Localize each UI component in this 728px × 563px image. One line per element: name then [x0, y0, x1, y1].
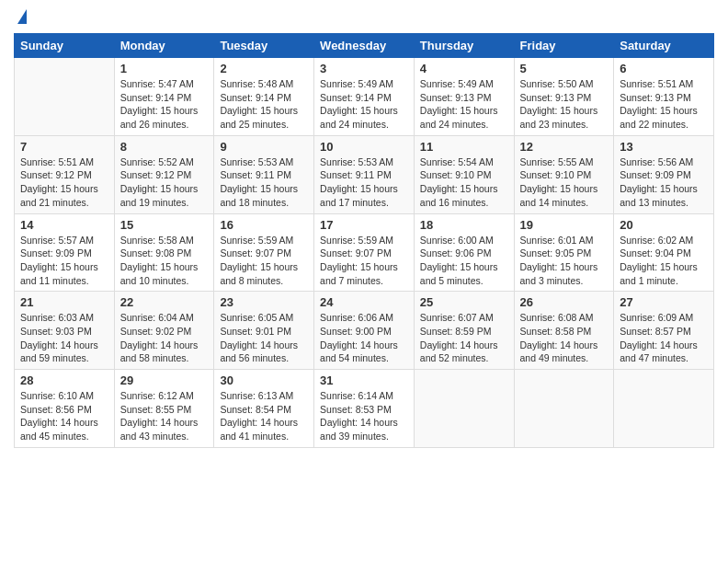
- day-info: Sunrise: 6:04 AM Sunset: 9:02 PM Dayligh…: [120, 311, 209, 365]
- calendar-day-cell: 25Sunrise: 6:07 AM Sunset: 8:59 PM Dayli…: [414, 292, 514, 370]
- day-info: Sunrise: 5:53 AM Sunset: 9:11 PM Dayligh…: [220, 155, 308, 210]
- day-number: 4: [420, 62, 508, 75]
- weekday-header: Saturday: [614, 34, 714, 58]
- calendar-week-row: 1Sunrise: 5:47 AM Sunset: 9:14 PM Daylig…: [15, 58, 714, 136]
- day-number: 13: [620, 140, 708, 154]
- day-info: Sunrise: 5:57 AM Sunset: 9:09 PM Dayligh…: [20, 234, 108, 288]
- calendar-day-cell: 17Sunrise: 5:59 AM Sunset: 9:07 PM Dayli…: [314, 213, 415, 292]
- calendar-day-cell: 21Sunrise: 6:03 AM Sunset: 9:03 PM Dayli…: [15, 292, 115, 370]
- day-number: 5: [520, 62, 609, 75]
- day-number: 26: [520, 295, 609, 309]
- day-number: 6: [620, 62, 708, 75]
- day-info: Sunrise: 5:51 AM Sunset: 9:13 PM Dayligh…: [620, 77, 708, 132]
- day-info: Sunrise: 5:49 AM Sunset: 9:13 PM Dayligh…: [420, 77, 508, 132]
- calendar-day-cell: 15Sunrise: 5:58 AM Sunset: 9:08 PM Dayli…: [114, 213, 214, 292]
- day-number: 12: [520, 140, 609, 154]
- calendar-week-row: 7Sunrise: 5:51 AM Sunset: 9:12 PM Daylig…: [15, 135, 714, 213]
- day-info: Sunrise: 5:55 AM Sunset: 9:10 PM Dayligh…: [520, 155, 609, 210]
- day-info: Sunrise: 5:50 AM Sunset: 9:13 PM Dayligh…: [520, 77, 609, 132]
- calendar-day-cell: 7Sunrise: 5:51 AM Sunset: 9:12 PM Daylig…: [15, 135, 115, 213]
- day-info: Sunrise: 5:53 AM Sunset: 9:11 PM Dayligh…: [320, 155, 408, 210]
- calendar-day-cell: 4Sunrise: 5:49 AM Sunset: 9:13 PM Daylig…: [414, 58, 514, 136]
- day-number: 31: [320, 373, 408, 387]
- calendar-day-cell: 22Sunrise: 6:04 AM Sunset: 9:02 PM Dayli…: [114, 292, 214, 370]
- calendar-day-cell: 13Sunrise: 5:56 AM Sunset: 9:09 PM Dayli…: [614, 135, 714, 213]
- day-number: 9: [220, 140, 308, 154]
- day-number: 30: [220, 373, 308, 387]
- calendar-day-cell: 10Sunrise: 5:53 AM Sunset: 9:11 PM Dayli…: [314, 135, 415, 213]
- calendar-day-cell: 14Sunrise: 5:57 AM Sunset: 9:09 PM Dayli…: [15, 213, 115, 292]
- calendar-day-cell: [15, 58, 115, 136]
- calendar-day-cell: 16Sunrise: 5:59 AM Sunset: 9:07 PM Dayli…: [214, 213, 314, 292]
- day-info: Sunrise: 6:13 AM Sunset: 8:54 PM Dayligh…: [220, 389, 308, 443]
- calendar-day-cell: 8Sunrise: 5:52 AM Sunset: 9:12 PM Daylig…: [114, 135, 214, 213]
- day-info: Sunrise: 6:02 AM Sunset: 9:04 PM Dayligh…: [620, 234, 708, 288]
- day-number: 8: [120, 140, 209, 154]
- day-number: 18: [420, 218, 508, 232]
- calendar-day-cell: 24Sunrise: 6:06 AM Sunset: 9:00 PM Dayli…: [314, 292, 415, 370]
- calendar-day-cell: 19Sunrise: 6:01 AM Sunset: 9:05 PM Dayli…: [514, 213, 614, 292]
- weekday-header: Thursday: [414, 34, 514, 58]
- calendar-day-cell: 26Sunrise: 6:08 AM Sunset: 8:58 PM Dayli…: [514, 292, 614, 370]
- calendar-day-cell: 20Sunrise: 6:02 AM Sunset: 9:04 PM Dayli…: [614, 213, 714, 292]
- day-number: 23: [220, 295, 308, 309]
- day-number: 2: [220, 62, 308, 75]
- day-info: Sunrise: 6:01 AM Sunset: 9:05 PM Dayligh…: [520, 234, 609, 288]
- day-number: 19: [520, 218, 609, 232]
- logo-icon: [17, 9, 27, 24]
- day-info: Sunrise: 6:03 AM Sunset: 9:03 PM Dayligh…: [20, 311, 108, 365]
- calendar-day-cell: [614, 370, 714, 448]
- weekday-header: Sunday: [15, 34, 115, 58]
- calendar-week-row: 14Sunrise: 5:57 AM Sunset: 9:09 PM Dayli…: [15, 213, 714, 292]
- day-number: 27: [620, 295, 708, 309]
- header: [14, 9, 714, 24]
- calendar-week-row: 21Sunrise: 6:03 AM Sunset: 9:03 PM Dayli…: [15, 292, 714, 370]
- calendar-day-cell: 31Sunrise: 6:14 AM Sunset: 8:53 PM Dayli…: [314, 370, 415, 448]
- calendar-day-cell: 1Sunrise: 5:47 AM Sunset: 9:14 PM Daylig…: [114, 58, 214, 136]
- calendar-day-cell: 5Sunrise: 5:50 AM Sunset: 9:13 PM Daylig…: [514, 58, 614, 136]
- day-number: 7: [20, 140, 108, 154]
- day-number: 1: [120, 62, 209, 75]
- day-info: Sunrise: 5:59 AM Sunset: 9:07 PM Dayligh…: [220, 234, 308, 288]
- calendar-day-cell: [414, 370, 514, 448]
- day-info: Sunrise: 6:12 AM Sunset: 8:55 PM Dayligh…: [120, 389, 209, 443]
- calendar-day-cell: 29Sunrise: 6:12 AM Sunset: 8:55 PM Dayli…: [114, 370, 214, 448]
- day-number: 15: [120, 218, 209, 232]
- day-number: 17: [320, 218, 408, 232]
- day-info: Sunrise: 5:48 AM Sunset: 9:14 PM Dayligh…: [220, 77, 308, 132]
- calendar-day-cell: 18Sunrise: 6:00 AM Sunset: 9:06 PM Dayli…: [414, 213, 514, 292]
- day-info: Sunrise: 5:59 AM Sunset: 9:07 PM Dayligh…: [320, 234, 408, 288]
- day-number: 29: [120, 373, 209, 387]
- day-info: Sunrise: 5:52 AM Sunset: 9:12 PM Dayligh…: [120, 155, 209, 210]
- weekday-header: Friday: [514, 34, 614, 58]
- logo: [14, 9, 27, 24]
- day-info: Sunrise: 5:54 AM Sunset: 9:10 PM Dayligh…: [420, 155, 508, 210]
- day-info: Sunrise: 5:51 AM Sunset: 9:12 PM Dayligh…: [20, 155, 108, 210]
- day-number: 14: [20, 218, 108, 232]
- day-number: 25: [420, 295, 508, 309]
- day-number: 10: [320, 140, 408, 154]
- day-info: Sunrise: 6:10 AM Sunset: 8:56 PM Dayligh…: [20, 389, 108, 443]
- calendar-day-cell: 11Sunrise: 5:54 AM Sunset: 9:10 PM Dayli…: [414, 135, 514, 213]
- day-info: Sunrise: 6:07 AM Sunset: 8:59 PM Dayligh…: [420, 311, 508, 365]
- weekday-header: Monday: [114, 34, 214, 58]
- calendar-day-cell: 3Sunrise: 5:49 AM Sunset: 9:14 PM Daylig…: [314, 58, 415, 136]
- page: SundayMondayTuesdayWednesdayThursdayFrid…: [0, 0, 728, 462]
- calendar-day-cell: 30Sunrise: 6:13 AM Sunset: 8:54 PM Dayli…: [214, 370, 314, 448]
- calendar-week-row: 28Sunrise: 6:10 AM Sunset: 8:56 PM Dayli…: [15, 370, 714, 448]
- day-number: 20: [620, 218, 708, 232]
- day-info: Sunrise: 5:49 AM Sunset: 9:14 PM Dayligh…: [320, 77, 408, 132]
- day-info: Sunrise: 6:14 AM Sunset: 8:53 PM Dayligh…: [320, 389, 408, 443]
- day-info: Sunrise: 6:08 AM Sunset: 8:58 PM Dayligh…: [520, 311, 609, 365]
- weekday-header: Tuesday: [214, 34, 314, 58]
- calendar-day-cell: 23Sunrise: 6:05 AM Sunset: 9:01 PM Dayli…: [214, 292, 314, 370]
- day-info: Sunrise: 6:09 AM Sunset: 8:57 PM Dayligh…: [620, 311, 708, 365]
- day-info: Sunrise: 6:05 AM Sunset: 9:01 PM Dayligh…: [220, 311, 308, 365]
- day-number: 28: [20, 373, 108, 387]
- calendar-table: SundayMondayTuesdayWednesdayThursdayFrid…: [14, 33, 714, 448]
- weekday-header: Wednesday: [314, 34, 415, 58]
- day-number: 21: [20, 295, 108, 309]
- day-number: 16: [220, 218, 308, 232]
- day-info: Sunrise: 6:06 AM Sunset: 9:00 PM Dayligh…: [320, 311, 408, 365]
- day-info: Sunrise: 6:00 AM Sunset: 9:06 PM Dayligh…: [420, 234, 508, 288]
